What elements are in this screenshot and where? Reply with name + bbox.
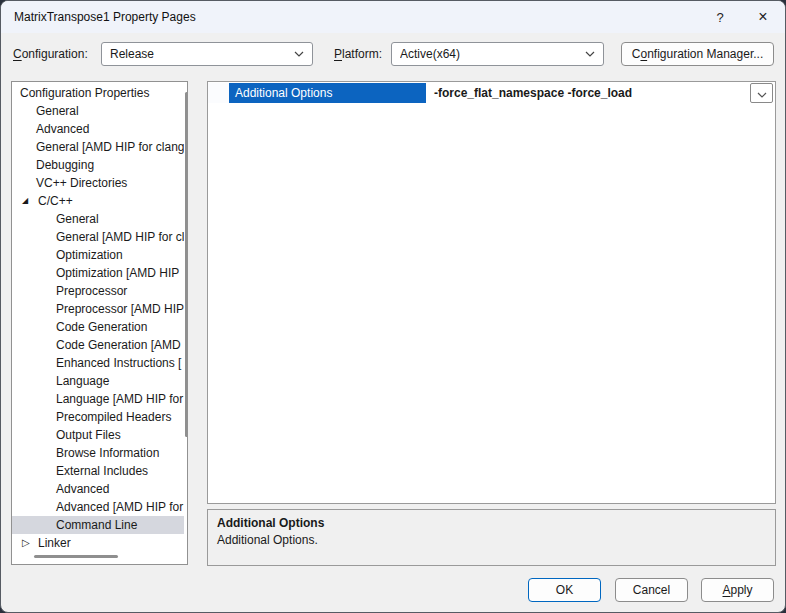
category-tree: Configuration Properties General Advance… xyxy=(11,81,188,565)
close-button[interactable]: × xyxy=(741,1,785,33)
tree-collapsed-icon[interactable]: ▷ xyxy=(22,534,38,552)
tree-horizontal-scrollbar-thumb[interactable] xyxy=(34,555,118,558)
tree-item[interactable]: General [AMD HIP for cl xyxy=(12,228,184,246)
configuration-value: Release xyxy=(110,47,288,61)
configuration-manager-button[interactable]: Configuration Manager... xyxy=(621,42,774,66)
tree-item-label: Command Line xyxy=(56,518,137,532)
tree-item[interactable]: Code Generation xyxy=(12,318,184,336)
tree-item[interactable]: Preprocessor xyxy=(12,282,184,300)
tree-item[interactable]: Language [AMD HIP for xyxy=(12,390,184,408)
tree-item-label: General xyxy=(36,104,79,118)
property-name-cell[interactable]: Additional Options xyxy=(229,83,426,103)
tree-item-label: Advanced xyxy=(56,482,109,496)
tree-item-label: Code Generation [AMD xyxy=(56,338,181,352)
property-row-gutter xyxy=(208,83,229,103)
tree-item-label: Advanced [AMD HIP for xyxy=(56,500,183,514)
platform-value: Active(x64) xyxy=(400,47,579,61)
tree-item-label: Enhanced Instructions [ xyxy=(56,356,181,370)
tree-item[interactable]: General [AMD HIP for clang xyxy=(12,138,184,156)
window-title: MatrixTranspose1 Property Pages xyxy=(14,1,196,33)
platform-select[interactable]: Active(x64) xyxy=(391,42,604,66)
tree-item-label: C/C++ xyxy=(38,194,73,208)
ok-button[interactable]: OK xyxy=(528,578,601,602)
tree-item-label: VC++ Directories xyxy=(36,176,127,190)
title-bar: MatrixTranspose1 Property Pages ? × xyxy=(1,1,785,33)
tree-item[interactable]: Language xyxy=(12,372,184,390)
description-body: Additional Options. xyxy=(217,533,766,547)
description-title: Additional Options xyxy=(217,516,766,530)
tree-item-label: Optimization [AMD HIP xyxy=(56,266,179,280)
property-value-dropdown-button[interactable] xyxy=(750,83,773,103)
tree-item-label: Preprocessor xyxy=(56,284,127,298)
tree-item[interactable]: Output Files xyxy=(12,426,184,444)
description-panel: Additional Options Additional Options. xyxy=(207,509,776,566)
chevron-down-icon xyxy=(294,51,304,57)
tree-item[interactable]: Advanced [AMD HIP for xyxy=(12,498,184,516)
close-icon: × xyxy=(758,8,767,25)
tree-item-label: General [AMD HIP for cl xyxy=(56,230,184,244)
tree-item-label: Output Files xyxy=(56,428,121,442)
tree-item[interactable]: General xyxy=(12,210,184,228)
tree-item[interactable]: VC++ Directories xyxy=(12,174,184,192)
property-value-cell[interactable]: -force_flat_namespace -force_load xyxy=(426,83,747,103)
tree-item[interactable]: Enhanced Instructions [ xyxy=(12,354,184,372)
tree-item-label: Optimization xyxy=(56,248,123,262)
tree-item-label: Language [AMD HIP for xyxy=(56,392,183,406)
configuration-select[interactable]: Release xyxy=(101,42,313,66)
tree-item[interactable]: Precompiled Headers xyxy=(12,408,184,426)
configuration-label: Configuration: xyxy=(13,42,88,66)
tree-item-label: Preprocessor [AMD HIP xyxy=(56,302,184,316)
tree-item-label: Configuration Properties xyxy=(20,86,149,100)
tree-item-label: Precompiled Headers xyxy=(56,410,171,424)
tree-vertical-scrollbar-thumb[interactable] xyxy=(185,92,188,437)
tree-item[interactable]: Advanced xyxy=(12,120,184,138)
property-grid: Additional Options -force_flat_namespace… xyxy=(207,81,776,504)
tree-item[interactable]: Command Line xyxy=(12,516,184,534)
cancel-button[interactable]: Cancel xyxy=(615,578,688,602)
tree-item[interactable]: Advanced xyxy=(12,480,184,498)
tree-item-label: General [AMD HIP for clang xyxy=(36,140,184,154)
tree-item-label: Advanced xyxy=(36,122,89,136)
apply-button[interactable]: Apply xyxy=(701,578,774,602)
tree-item-label: Code Generation xyxy=(56,320,147,334)
tree-item-label: External Includes xyxy=(56,464,148,478)
tree-item[interactable]: Debugging xyxy=(12,156,184,174)
tree-expanded-icon[interactable]: ◢ xyxy=(22,192,38,210)
tree-item[interactable]: Configuration Properties xyxy=(12,84,184,102)
tree-item[interactable]: Browse Information xyxy=(12,444,184,462)
tree-item[interactable]: General xyxy=(12,102,184,120)
help-button[interactable]: ? xyxy=(701,1,739,33)
tree-item[interactable]: Preprocessor [AMD HIP xyxy=(12,300,184,318)
tree-item[interactable]: Optimization [AMD HIP xyxy=(12,264,184,282)
tree-item-label: Debugging xyxy=(36,158,94,172)
platform-label: Platform: xyxy=(334,42,382,66)
chevron-down-icon xyxy=(585,51,595,57)
tree-item[interactable]: ▷ Linker xyxy=(12,534,184,552)
tree-item-label: Browse Information xyxy=(56,446,159,460)
tree-item-label: General xyxy=(56,212,99,226)
tree-item[interactable]: External Includes xyxy=(12,462,184,480)
tree-item[interactable]: Code Generation [AMD xyxy=(12,336,184,354)
property-pages-dialog: MatrixTranspose1 Property Pages ? × Conf… xyxy=(0,0,786,613)
help-icon: ? xyxy=(716,10,723,25)
tree-item[interactable]: ◢ C/C++ xyxy=(12,192,184,210)
tree-item-label: Language xyxy=(56,374,109,388)
tree-item[interactable]: Optimization xyxy=(12,246,184,264)
property-row-additional-options[interactable]: Additional Options -force_flat_namespace… xyxy=(208,83,775,103)
tree-item-label: Linker xyxy=(38,536,71,550)
chevron-down-icon xyxy=(757,86,767,101)
